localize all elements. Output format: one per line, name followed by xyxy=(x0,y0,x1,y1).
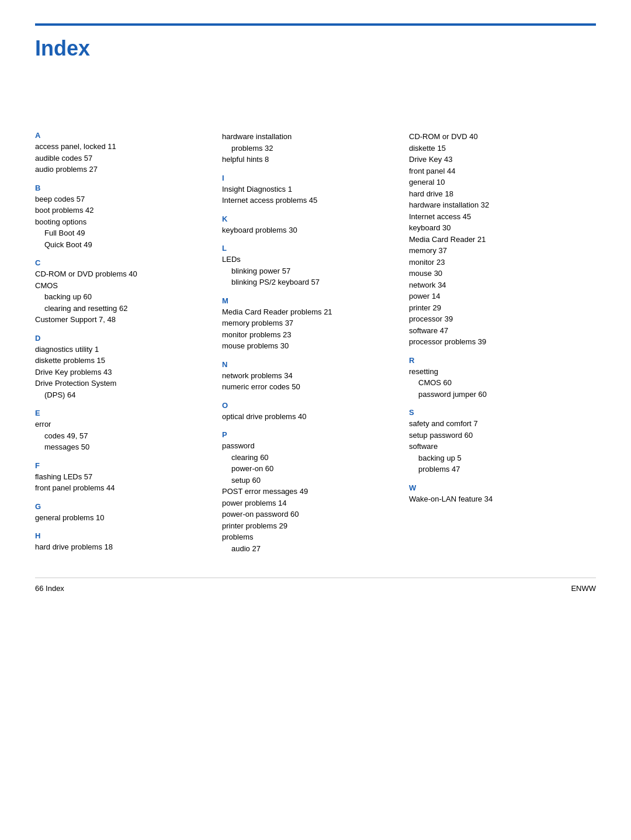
index-entry: CMOS xyxy=(35,280,210,292)
index-entry: printer 29 xyxy=(409,302,584,314)
index-entry: software xyxy=(409,441,584,452)
section-letter-P: P xyxy=(222,430,397,439)
index-entry: audible codes 57 xyxy=(35,153,210,164)
index-entry: flashing LEDs 57 xyxy=(35,471,210,483)
footer-left: 66 Index xyxy=(35,584,64,593)
section-letter-L: L xyxy=(222,244,397,253)
index-entry: Customer Support 7, 48 xyxy=(35,314,210,326)
index-entry: Full Boot 49 xyxy=(35,227,210,239)
index-entry: setup password 60 xyxy=(409,430,584,441)
index-entry: problems xyxy=(222,531,397,543)
index-entry: general 10 xyxy=(409,177,584,188)
section-letter-B: B xyxy=(35,184,210,192)
section-letter-S: S xyxy=(409,408,584,417)
section-letter-G: G xyxy=(35,502,210,511)
section-letter-W: W xyxy=(409,483,584,492)
index-entry: safety and comfort 7 xyxy=(409,418,584,430)
index-entry: optical drive problems 40 xyxy=(222,411,397,423)
index-entry: error xyxy=(35,419,210,430)
index-entry: diagnostics utility 1 xyxy=(35,344,210,355)
index-entry: Drive Key 43 xyxy=(409,154,584,165)
index-entry: password jumper 60 xyxy=(409,389,584,400)
index-entry: setup 60 xyxy=(222,475,397,486)
index-entry: problems 32 xyxy=(222,143,397,154)
index-entry: (DPS) 64 xyxy=(35,389,210,401)
index-entry: resetting xyxy=(409,366,584,378)
column-0: Aaccess panel, locked 11audible codes 57… xyxy=(35,131,222,554)
index-entry: Media Card Reader problems 21 xyxy=(222,306,397,318)
index-entry: codes 49, 57 xyxy=(35,430,210,442)
index-entry: mouse problems 30 xyxy=(222,340,397,352)
column-1: hardware installationproblems 32helpful … xyxy=(222,131,409,554)
index-entry: helpful hints 8 xyxy=(222,154,397,165)
index-entry: mouse 30 xyxy=(409,268,584,279)
section-letter-A: A xyxy=(35,131,210,140)
index-entry: access panel, locked 11 xyxy=(35,141,210,153)
section-letter-D: D xyxy=(35,334,210,343)
index-entry: Internet access problems 45 xyxy=(222,195,397,206)
page-title: Index xyxy=(35,36,596,61)
column-2: CD-ROM or DVD 40diskette 15Drive Key 43f… xyxy=(409,131,596,554)
index-entry: Drive Key problems 43 xyxy=(35,367,210,378)
index-entry: POST error messages 49 xyxy=(222,486,397,497)
index-entry: numeric error codes 50 xyxy=(222,381,397,393)
index-entry: boot problems 42 xyxy=(35,205,210,216)
section-letter-O: O xyxy=(222,401,397,410)
index-entry: keyboard 30 xyxy=(409,222,584,234)
index-entry: clearing and resetting 62 xyxy=(35,303,210,314)
section-letter-F: F xyxy=(35,461,210,470)
index-entry: power problems 14 xyxy=(222,497,397,509)
index-entry: software 47 xyxy=(409,325,584,337)
section-letter-M: M xyxy=(222,296,397,305)
index-entry: Wake-on-LAN feature 34 xyxy=(409,493,584,505)
index-entry: network 34 xyxy=(409,279,584,291)
index-entry: hard drive problems 18 xyxy=(35,541,210,553)
index-entry: power-on 60 xyxy=(222,463,397,475)
index-entry: LEDs xyxy=(222,254,397,265)
index-entry: backing up 60 xyxy=(35,291,210,303)
index-entry: Internet access 45 xyxy=(409,211,584,223)
index-entry: clearing 60 xyxy=(222,452,397,464)
index-entry: CD-ROM or DVD problems 40 xyxy=(35,268,210,280)
index-entry: blinking PS/2 keyboard 57 xyxy=(222,276,397,288)
index-entry: backing up 5 xyxy=(409,452,584,464)
section-letter-R: R xyxy=(409,356,584,365)
index-entry: Drive Protection System xyxy=(35,378,210,389)
index-entry: memory 37 xyxy=(409,245,584,257)
footer-right: ENWW xyxy=(571,584,596,593)
index-entry: memory problems 37 xyxy=(222,317,397,329)
section-letter-K: K xyxy=(222,215,397,223)
index-entry: front panel problems 44 xyxy=(35,482,210,494)
index-entry: processor 39 xyxy=(409,313,584,325)
index-entry: messages 50 xyxy=(35,441,210,453)
index-entry: Insight Diagnostics 1 xyxy=(222,184,397,195)
index-entry: booting options xyxy=(35,216,210,228)
index-entry: beep codes 57 xyxy=(35,193,210,205)
section-letter-E: E xyxy=(35,409,210,417)
section-letter-H: H xyxy=(35,531,210,540)
index-entry: hardware installation 32 xyxy=(409,199,584,211)
index-entry: problems 47 xyxy=(409,464,584,475)
index-entry: audio problems 27 xyxy=(35,164,210,175)
index-entry: power 14 xyxy=(409,291,584,302)
index-entry: power-on password 60 xyxy=(222,509,397,520)
index-entry: processor problems 39 xyxy=(409,336,584,348)
index-entry: Quick Boot 49 xyxy=(35,239,210,251)
section-letter-I: I xyxy=(222,174,397,182)
index-entry: diskette 15 xyxy=(409,143,584,154)
index-entry: hardware installation xyxy=(222,131,397,143)
index-entry: password xyxy=(222,440,397,452)
index-entry: hard drive 18 xyxy=(409,188,584,200)
section-letter-C: C xyxy=(35,258,210,267)
index-columns: Aaccess panel, locked 11audible codes 57… xyxy=(35,131,596,554)
index-entry: general problems 10 xyxy=(35,512,210,524)
index-entry: audio 27 xyxy=(222,543,397,555)
index-entry: printer problems 29 xyxy=(222,520,397,532)
index-entry: keyboard problems 30 xyxy=(222,224,397,236)
index-entry: front panel 44 xyxy=(409,165,584,177)
footer: 66 Index ENWW xyxy=(35,578,596,593)
index-entry: monitor problems 23 xyxy=(222,329,397,341)
top-border xyxy=(35,23,596,26)
section-letter-N: N xyxy=(222,360,397,369)
index-entry: network problems 34 xyxy=(222,370,397,382)
